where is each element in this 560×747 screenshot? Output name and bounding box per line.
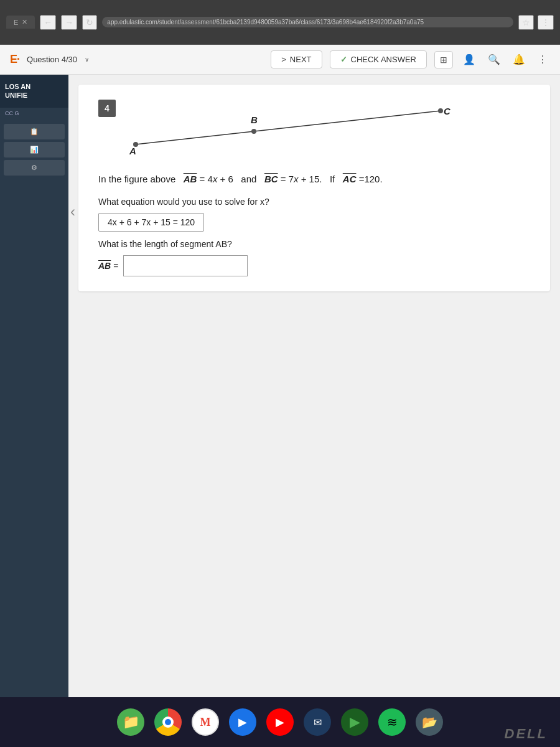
question-number: 4 (98, 100, 116, 117)
question-card: 4 A B C In the figure above AB = 4x + 6 … (78, 85, 550, 291)
ab-overline-label: AB (98, 261, 111, 271)
user-icon-button[interactable]: 👤 (460, 51, 478, 68)
sidebar-header: LOS AN UNIFIE (0, 75, 68, 108)
left-sidebar: LOS AN UNIFIE CC G 📋 📊 ⚙ (0, 75, 68, 697)
ab-answer-label: AB = (98, 261, 118, 271)
url-bar[interactable]: app.edulastic.com/student/assessment/61b… (102, 17, 513, 27)
taskbar-youtube-icon[interactable]: ▶ (266, 708, 294, 736)
check-answer-button[interactable]: ✓ CHECK ANSWER (330, 50, 427, 68)
next-button[interactable]: > NEXT (271, 50, 322, 68)
taskbar-files-icon[interactable]: 📁 (117, 708, 144, 736)
bc-equation: = 7x + 15 (281, 174, 320, 184)
app-logo: E· (10, 53, 19, 66)
question-counter: Question 4/30 (27, 55, 77, 64)
bc-segment: BC (264, 174, 278, 184)
sidebar-tool-1[interactable]: 📋 (4, 124, 65, 139)
back-button[interactable]: ← (40, 15, 56, 30)
browser-icons: ☆ ⋮ (518, 15, 554, 30)
grid-icon: ⊞ (440, 55, 447, 65)
more-button[interactable]: ⋮ (535, 51, 550, 68)
question-dropdown[interactable]: ∨ (85, 56, 89, 63)
equals-label: = (113, 261, 118, 271)
taskbar-mail2-icon[interactable]: ✉ (304, 708, 331, 736)
bell-button[interactable]: 🔔 (510, 51, 528, 68)
menu-button[interactable]: ⋮ (538, 15, 554, 30)
forward-button[interactable]: → (61, 15, 77, 30)
svg-line-0 (136, 111, 441, 144)
browser-chrome: E ✕ ← → ↻ app.edulastic.com/student/asse… (0, 0, 560, 45)
bookmark-button[interactable]: ☆ (518, 15, 534, 30)
ab-answer-input[interactable] (123, 255, 248, 276)
ab-equation: = 4x + 6 (200, 174, 233, 184)
tab-favicon: E (14, 19, 18, 26)
ab-segment: AB (184, 174, 197, 184)
taskbar: 📁 M ▶ ▶ ✉ ▶ ≋ 📂 DELL (0, 697, 560, 747)
ac-equation: =120. (359, 174, 383, 184)
tab-close[interactable]: ✕ (22, 18, 27, 26)
main-content: 4 A B C In the figure above AB = 4x + 6 … (68, 75, 560, 697)
app-header: E· Question 4/30 ∨ > NEXT ✓ CHECK ANSWER… (0, 45, 560, 75)
refresh-button[interactable]: ↻ (82, 15, 97, 30)
taskbar-play-icon[interactable]: ▶ (341, 708, 368, 736)
grid-button[interactable]: ⊞ (434, 51, 453, 68)
problem-statement: In the figure above AB = 4x + 6 and BC =… (98, 172, 530, 187)
browser-tab[interactable]: E ✕ (6, 16, 35, 29)
sidebar-tool-2[interactable]: 📊 (4, 142, 65, 157)
geometry-figure: A B C (117, 100, 459, 156)
ac-segment: AC (343, 174, 357, 184)
svg-point-3 (251, 129, 256, 134)
dell-branding: DELL (505, 726, 548, 742)
next-arrow-icon: > (281, 55, 286, 64)
search-button[interactable]: 🔍 (485, 51, 503, 68)
svg-point-5 (438, 108, 443, 113)
svg-text:A: A (129, 146, 136, 156)
sidebar-tools: 📋 📊 ⚙ (0, 119, 68, 181)
taskbar-chrome-icon[interactable] (154, 708, 182, 736)
svg-text:C: C (444, 106, 451, 116)
sub-question-2: What is the length of segment AB? (98, 239, 530, 249)
taskbar-docs-icon[interactable]: ▶ (229, 708, 256, 736)
sidebar-title-1: LOS AN (5, 82, 63, 91)
check-answer-label: CHECK ANSWER (351, 55, 416, 64)
answer-row: AB = (98, 255, 530, 276)
svg-text:B: B (251, 115, 258, 125)
taskbar-folder-icon[interactable]: 📂 (416, 708, 443, 736)
figure-container: 4 A B C (98, 100, 530, 162)
next-label: NEXT (290, 55, 312, 64)
sidebar-title-2: UNIFIE (5, 91, 63, 100)
check-icon: ✓ (340, 55, 347, 64)
sub-question-1: What equation would you use to solve for… (98, 197, 530, 207)
sidebar-subtitle: CC G (0, 108, 68, 119)
sidebar-tool-3[interactable]: ⚙ (4, 160, 65, 176)
nav-back-arrow[interactable]: ‹ (70, 203, 75, 220)
equation-answer-box: 4x + 6 + 7x + 15 = 120 (98, 213, 204, 232)
taskbar-gmail-icon[interactable]: M (192, 708, 219, 736)
taskbar-spotify-icon[interactable]: ≋ (378, 708, 406, 736)
